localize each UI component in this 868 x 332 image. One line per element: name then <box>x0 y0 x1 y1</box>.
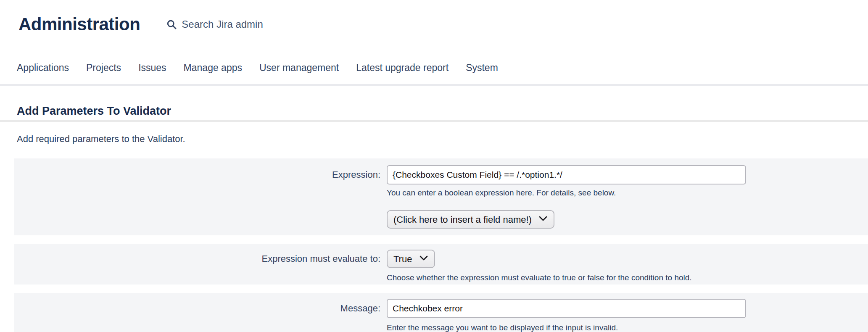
section-description: Add required parameters to the Validator… <box>0 122 868 145</box>
page-header: Administration <box>0 0 868 34</box>
expression-input[interactable] <box>387 165 746 184</box>
expression-help-text: You can enter a boolean expression here.… <box>387 188 868 198</box>
form-row-message: Message: Enter the message you want to b… <box>14 293 868 332</box>
evaluate-to-label: Expression must evaluate to: <box>14 250 380 264</box>
expression-label: Expression: <box>14 165 380 180</box>
page-title: Administration <box>18 14 140 34</box>
message-help-text: Enter the message you want to be display… <box>387 323 868 332</box>
nav-item-latest-upgrade-report[interactable]: Latest upgrade report <box>356 62 449 74</box>
admin-nav: Applications Projects Issues Manage apps… <box>0 34 868 86</box>
nav-item-system[interactable]: System <box>466 62 498 74</box>
admin-search[interactable] <box>166 18 299 30</box>
form-row-evaluate-to: Expression must evaluate to: True Choose… <box>14 244 868 285</box>
nav-item-projects[interactable]: Projects <box>86 62 121 74</box>
evaluate-to-help-text: Choose whether the expression must evalu… <box>387 273 868 282</box>
field-picker-select[interactable]: (Click here to insert a field name!) <box>387 210 554 229</box>
form-row-expression: Expression: You can enter a boolean expr… <box>14 158 868 235</box>
nav-item-applications[interactable]: Applications <box>17 62 69 74</box>
validator-form: Expression: You can enter a boolean expr… <box>0 158 868 332</box>
message-label: Message: <box>14 299 380 314</box>
search-input[interactable] <box>182 18 299 30</box>
section-heading: Add Parameters To Validator <box>17 105 868 118</box>
nav-item-issues[interactable]: Issues <box>138 62 166 74</box>
section-heading-wrap: Add Parameters To Validator <box>0 105 868 122</box>
message-input[interactable] <box>387 299 746 318</box>
evaluate-to-select[interactable]: True <box>387 250 435 268</box>
nav-item-user-management[interactable]: User management <box>259 62 339 74</box>
search-icon <box>166 19 177 30</box>
main-content: Add Parameters To Validator Add required… <box>0 105 868 332</box>
nav-item-manage-apps[interactable]: Manage apps <box>184 62 242 74</box>
